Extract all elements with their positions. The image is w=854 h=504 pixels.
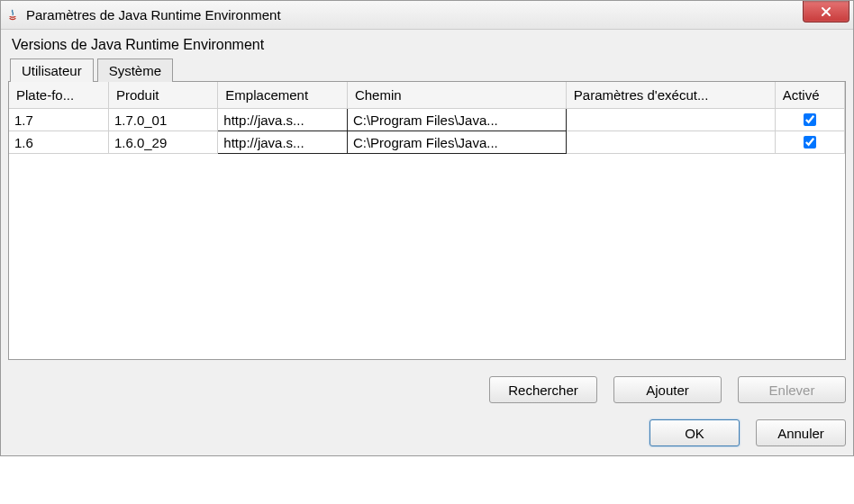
table-header-row: Plate-fo... Produit Emplacement Chemin P… — [9, 82, 845, 109]
dialog-buttons: OK Annuler — [8, 416, 846, 446]
col-header-product[interactable]: Produit — [108, 82, 217, 109]
cell-enabled[interactable] — [775, 109, 844, 131]
col-header-platform[interactable]: Plate-fo... — [9, 82, 108, 109]
tabs: Utilisateur Système — [10, 58, 846, 82]
close-button[interactable] — [803, 1, 849, 22]
remove-button[interactable]: Enlever — [738, 376, 846, 403]
enabled-checkbox[interactable] — [804, 113, 816, 126]
close-icon — [821, 6, 831, 17]
cell-enabled[interactable] — [775, 131, 844, 154]
section-label: Versions de Java Runtime Environment — [12, 37, 846, 53]
cell-path[interactable]: C:\Program Files\Java... — [347, 109, 566, 131]
window: Paramètres de Java Runtime Environment V… — [0, 0, 854, 456]
window-title: Paramètres de Java Runtime Environment — [26, 7, 281, 22]
search-button[interactable]: Rechercher — [489, 376, 597, 403]
action-buttons: Rechercher Ajouter Enlever — [8, 376, 846, 403]
col-header-location[interactable]: Emplacement — [218, 82, 348, 109]
tab-user[interactable]: Utilisateur — [10, 58, 94, 82]
client-area: Versions de Java Runtime Environment Uti… — [1, 30, 853, 455]
cell-product[interactable]: 1.6.0_29 — [108, 131, 217, 154]
table-row[interactable]: 1.71.7.0_01http://java.s...C:\Program Fi… — [9, 109, 845, 131]
titlebar: Paramètres de Java Runtime Environment — [1, 1, 853, 30]
cell-platform[interactable]: 1.7 — [9, 109, 108, 131]
cell-args[interactable] — [566, 131, 775, 154]
ok-button[interactable]: OK — [650, 419, 740, 446]
jre-table: Plate-fo... Produit Emplacement Chemin P… — [8, 81, 846, 360]
cell-location[interactable]: http://java.s... — [218, 131, 348, 154]
cell-location[interactable]: http://java.s... — [218, 109, 348, 131]
cancel-button[interactable]: Annuler — [756, 419, 846, 446]
enabled-checkbox[interactable] — [804, 136, 816, 148]
cell-path[interactable]: C:\Program Files\Java... — [347, 131, 566, 154]
table-row[interactable]: 1.61.6.0_29http://java.s...C:\Program Fi… — [9, 131, 845, 154]
col-header-path[interactable]: Chemin — [347, 82, 566, 109]
col-header-enabled[interactable]: Activé — [775, 82, 844, 109]
add-button[interactable]: Ajouter — [613, 376, 722, 403]
tab-system[interactable]: Système — [97, 58, 173, 82]
cell-product[interactable]: 1.7.0_01 — [108, 109, 217, 131]
cell-platform[interactable]: 1.6 — [9, 131, 108, 154]
cell-args[interactable] — [566, 109, 775, 131]
java-icon — [5, 7, 21, 23]
col-header-args[interactable]: Paramètres d'exécut... — [566, 82, 775, 109]
